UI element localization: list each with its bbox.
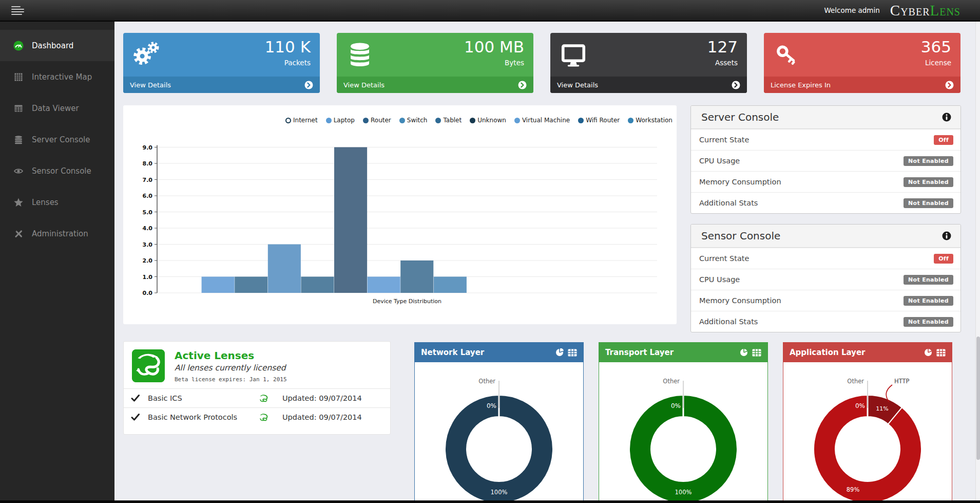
active-lenses-title: Active Lenses (175, 349, 287, 362)
sidebar-item-lenses[interactable]: Lenses (0, 187, 114, 218)
donut-main-pct: 100% (675, 489, 692, 496)
sidebar-item-administration[interactable]: Administration (0, 218, 114, 249)
legend-item-wifi-router[interactable]: Wifi Router (578, 117, 620, 124)
sidebar-item-label: Data Viewer (32, 104, 79, 113)
network-layer-panel: Network Layer Other0%100% (414, 342, 584, 503)
bar-wifi-router[interactable] (400, 260, 433, 293)
database-icon (346, 41, 374, 69)
bar-workstation[interactable] (434, 277, 467, 293)
device-type-chart-panel: InternetLaptopRouterSwitchTabletUnknownV… (123, 105, 677, 324)
legend-item-tablet[interactable]: Tablet (435, 117, 462, 124)
info-icon[interactable] (942, 113, 951, 122)
y-tick-label: 5.0 (143, 209, 153, 216)
monitor-icon (560, 41, 587, 69)
bar-unknown[interactable] (334, 147, 367, 293)
status-badge: Off (934, 254, 953, 264)
license-expires-button[interactable]: License Expires In (764, 77, 960, 93)
legend-item-switch[interactable]: Switch (399, 117, 428, 124)
footer-label: View Details (557, 81, 598, 89)
welcome-text: Welcome admin (824, 6, 879, 14)
panel-title: Sensor Console (701, 230, 780, 242)
legend-item-unknown[interactable]: Unknown (470, 117, 506, 124)
sidebar-item-sensor-console[interactable]: Sensor Console (0, 155, 114, 187)
row-label: Current State (699, 136, 749, 144)
status-badge: Not Enabled (904, 317, 953, 327)
data-table-icon[interactable] (752, 349, 761, 357)
legend-label: Switch (407, 117, 428, 124)
sidebar-item-server-console[interactable]: Server Console (0, 124, 114, 155)
menu-toggle-icon[interactable] (11, 5, 24, 16)
sidebar-item-label: Administration (32, 229, 88, 238)
status-badge: Not Enabled (904, 156, 953, 166)
stat-label: Packets (284, 59, 311, 67)
legend-item-laptop[interactable]: Laptop (326, 117, 355, 124)
chart-x-title: Device Type Distribution (373, 298, 441, 305)
map-grid-icon (13, 72, 24, 82)
stat-label: Assets (715, 59, 738, 67)
data-table-icon[interactable] (568, 349, 577, 357)
stat-label: License (925, 59, 951, 67)
legend-dot (578, 118, 584, 123)
legend-label: Tablet (443, 117, 462, 124)
stat-card-bytes: 100 MB Bytes View Details (337, 33, 533, 93)
legend-dot (399, 118, 405, 123)
sidebar-item-label: Server Console (32, 135, 90, 144)
donut-other-label: Other (847, 378, 864, 385)
pie-chart-icon[interactable] (924, 348, 932, 357)
sidebar-item-data-viewer[interactable]: Data Viewer (0, 92, 114, 124)
legend-label: Wifi Router (586, 117, 620, 124)
sidebar-item-interactive-map[interactable]: Interactive Map (0, 61, 114, 92)
legend-label: Laptop (334, 117, 355, 124)
view-details-button[interactable]: View Details (123, 77, 320, 93)
y-tick-label: 8.0 (143, 160, 153, 167)
donut-other-pct: 0% (487, 402, 496, 409)
application-layer-donut: Other0%89%HTTP11% (783, 362, 952, 503)
arrow-circle-icon (945, 81, 954, 89)
console-row: Additional StatsNot Enabled (691, 311, 960, 332)
sidebar: Dashboard Interactive Map Data Viewer (0, 22, 114, 503)
transport-layer-panel: Transport Layer Other0%100% (599, 342, 768, 503)
bar-router[interactable] (235, 277, 267, 293)
lens-name: Basic ICS (148, 394, 259, 402)
legend-dot (435, 118, 441, 123)
bar-tablet[interactable] (301, 277, 334, 293)
lens-row[interactable]: Basic Network Protocols Updated: 09/07/2… (124, 407, 390, 426)
lens-row[interactable]: Basic ICS Updated: 09/07/2014 (124, 388, 390, 407)
check-icon (131, 413, 140, 421)
check-icon (131, 394, 140, 402)
panel-title: Transport Layer (605, 348, 674, 357)
view-details-button[interactable]: View Details (550, 77, 747, 93)
bar-virtual-machine[interactable] (368, 277, 400, 293)
legend-item-internet[interactable]: Internet (285, 117, 318, 124)
sidebar-item-label: Lenses (32, 198, 59, 207)
application-layer-panel: Application Layer Other0%89%HTTP11% (783, 342, 952, 503)
scrollbar-thumb[interactable] (976, 337, 980, 460)
brand-lens: Lens (930, 2, 961, 18)
scrollbar[interactable] (975, 22, 980, 503)
y-tick-label: 1.0 (143, 274, 153, 281)
donut-callout-label: HTTP (894, 378, 909, 385)
brand-cyber: Cyber (890, 2, 930, 18)
stat-value: 365 (921, 38, 951, 56)
stat-label: Bytes (505, 59, 524, 67)
legend-item-virtual-machine[interactable]: Virtual Machine (514, 117, 570, 124)
view-details-button[interactable]: View Details (337, 77, 533, 93)
legend-item-router[interactable]: Router (363, 117, 391, 124)
legend-label: Unknown (477, 117, 506, 124)
legend-item-workstation[interactable]: Workstation (628, 117, 672, 124)
status-badge: Not Enabled (904, 296, 953, 306)
info-icon[interactable] (942, 231, 951, 240)
row-label: Additional Stats (699, 318, 758, 326)
table-icon (13, 103, 24, 114)
status-badge: Not Enabled (904, 275, 953, 285)
pie-chart-icon[interactable] (740, 348, 748, 357)
bar-laptop[interactable] (202, 277, 235, 293)
y-tick-label: 0.0 (143, 290, 153, 296)
pie-chart-icon[interactable] (555, 348, 564, 357)
data-table-icon[interactable] (936, 349, 946, 357)
bar-switch[interactable] (268, 245, 301, 293)
sidebar-item-dashboard[interactable]: Dashboard (0, 30, 114, 61)
network-layer-donut: Other0%100% (415, 362, 583, 503)
legend-dot (326, 118, 332, 123)
device-type-bar-chart: 0.01.02.03.04.05.06.07.08.09.0Device Typ… (123, 126, 677, 324)
